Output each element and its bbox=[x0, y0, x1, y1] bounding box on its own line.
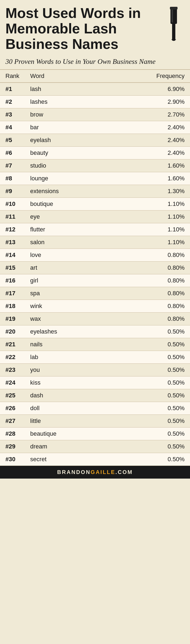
cell-rank: #21 bbox=[0, 338, 25, 351]
cell-frequency: 2.90% bbox=[106, 96, 190, 108]
table-row: #15art0.80% bbox=[0, 262, 190, 274]
cell-word: salon bbox=[25, 236, 106, 249]
cell-rank: #23 bbox=[0, 364, 25, 376]
cell-rank: #7 bbox=[0, 159, 25, 172]
svg-rect-2 bbox=[172, 9, 173, 23]
cell-rank: #16 bbox=[0, 274, 25, 287]
table-row: #22lab0.50% bbox=[0, 351, 190, 364]
cell-rank: #3 bbox=[0, 108, 25, 121]
cell-frequency: 0.50% bbox=[106, 351, 190, 364]
cell-frequency: 0.50% bbox=[106, 402, 190, 415]
cell-word: lounge bbox=[25, 172, 106, 185]
page-container: Most Used Words in Memorable Lash Busine… bbox=[0, 0, 190, 479]
cell-frequency: 1.10% bbox=[106, 223, 190, 236]
svg-rect-0 bbox=[172, 23, 175, 41]
mascara-icon bbox=[163, 5, 185, 42]
cell-frequency: 0.80% bbox=[106, 287, 190, 300]
cell-word: eye bbox=[25, 211, 106, 223]
cell-rank: #12 bbox=[0, 223, 25, 236]
cell-frequency: 1.30% bbox=[106, 185, 190, 198]
table-row: #28beautique0.50% bbox=[0, 428, 190, 440]
cell-rank: #24 bbox=[0, 376, 25, 389]
cell-word: kiss bbox=[25, 376, 106, 389]
cell-word: art bbox=[25, 262, 106, 274]
cell-frequency: 0.80% bbox=[106, 313, 190, 325]
table-row: #1lash6.90% bbox=[0, 83, 190, 96]
cell-frequency: 2.40% bbox=[106, 147, 190, 159]
title-block: Most Used Words in Memorable Lash Busine… bbox=[5, 5, 163, 52]
cell-word: bar bbox=[25, 121, 106, 134]
cell-rank: #15 bbox=[0, 262, 25, 274]
cell-word: girl bbox=[25, 274, 106, 287]
table-row: #27little0.50% bbox=[0, 415, 190, 428]
cell-rank: #10 bbox=[0, 198, 25, 211]
cell-word: extensions bbox=[25, 185, 106, 198]
cell-word: wink bbox=[25, 300, 106, 313]
cell-word: flutter bbox=[25, 223, 106, 236]
table-row: #10boutique1.10% bbox=[0, 198, 190, 211]
cell-frequency: 0.50% bbox=[106, 325, 190, 338]
footer-accent: GAILLE bbox=[91, 469, 115, 475]
cell-word: nails bbox=[25, 338, 106, 351]
cell-rank: #8 bbox=[0, 172, 25, 185]
table-row: #14love0.80% bbox=[0, 249, 190, 262]
cell-word: beauty bbox=[25, 147, 106, 159]
table-row: #9extensions1.30% bbox=[0, 185, 190, 198]
table-row: #3brow2.70% bbox=[0, 108, 190, 121]
table-row: #2lashes2.90% bbox=[0, 96, 190, 108]
cell-word: dream bbox=[25, 440, 106, 453]
cell-rank: #4 bbox=[0, 121, 25, 134]
cell-frequency: 1.60% bbox=[106, 172, 190, 185]
footer-brand: BRANDON bbox=[57, 469, 91, 475]
table-row: #20eyelashes0.50% bbox=[0, 325, 190, 338]
cell-rank: #9 bbox=[0, 185, 25, 198]
table-row: #6beauty2.40% bbox=[0, 147, 190, 159]
cell-word: eyelashes bbox=[25, 325, 106, 338]
cell-word: eyelash bbox=[25, 134, 106, 147]
header-section: Most Used Words in Memorable Lash Busine… bbox=[0, 0, 190, 55]
cell-word: lab bbox=[25, 351, 106, 364]
cell-rank: #30 bbox=[0, 453, 25, 466]
table-row: #26doll0.50% bbox=[0, 402, 190, 415]
cell-rank: #6 bbox=[0, 147, 25, 159]
cell-frequency: 1.10% bbox=[106, 198, 190, 211]
table-row: #13salon1.10% bbox=[0, 236, 190, 249]
cell-word: love bbox=[25, 249, 106, 262]
table-row: #4bar2.40% bbox=[0, 121, 190, 134]
mascara-svg bbox=[164, 7, 183, 42]
footer-suffix: .COM bbox=[115, 469, 133, 475]
cell-rank: #2 bbox=[0, 96, 25, 108]
cell-word: dash bbox=[25, 389, 106, 402]
table-row: #19wax0.80% bbox=[0, 313, 190, 325]
footer: BRANDONGAILLE.COM bbox=[0, 466, 190, 479]
cell-rank: #11 bbox=[0, 211, 25, 223]
table-row: #16girl0.80% bbox=[0, 274, 190, 287]
column-header-word: Word bbox=[25, 70, 106, 83]
footer-text: BRANDONGAILLE.COM bbox=[57, 469, 133, 475]
table-row: #5eyelash2.40% bbox=[0, 134, 190, 147]
cell-frequency: 1.10% bbox=[106, 211, 190, 223]
cell-rank: #26 bbox=[0, 402, 25, 415]
table-row: #24kiss0.50% bbox=[0, 376, 190, 389]
cell-frequency: 2.40% bbox=[106, 134, 190, 147]
cell-frequency: 0.80% bbox=[106, 249, 190, 262]
cell-word: studio bbox=[25, 159, 106, 172]
cell-rank: #28 bbox=[0, 428, 25, 440]
table-row: #25dash0.50% bbox=[0, 389, 190, 402]
cell-frequency: 0.50% bbox=[106, 364, 190, 376]
cell-word: lash bbox=[25, 83, 106, 96]
cell-rank: #14 bbox=[0, 249, 25, 262]
table-row: #12flutter1.10% bbox=[0, 223, 190, 236]
cell-word: spa bbox=[25, 287, 106, 300]
svg-rect-1 bbox=[170, 8, 177, 24]
cell-rank: #22 bbox=[0, 351, 25, 364]
table-row: #11eye1.10% bbox=[0, 211, 190, 223]
cell-frequency: 0.50% bbox=[106, 440, 190, 453]
table-header-row: Rank Word Frequency bbox=[0, 70, 190, 83]
table-row: #21nails0.50% bbox=[0, 338, 190, 351]
cell-frequency: 1.10% bbox=[106, 236, 190, 249]
cell-rank: #13 bbox=[0, 236, 25, 249]
svg-rect-3 bbox=[170, 7, 178, 10]
cell-word: wax bbox=[25, 313, 106, 325]
table-row: #23you0.50% bbox=[0, 364, 190, 376]
